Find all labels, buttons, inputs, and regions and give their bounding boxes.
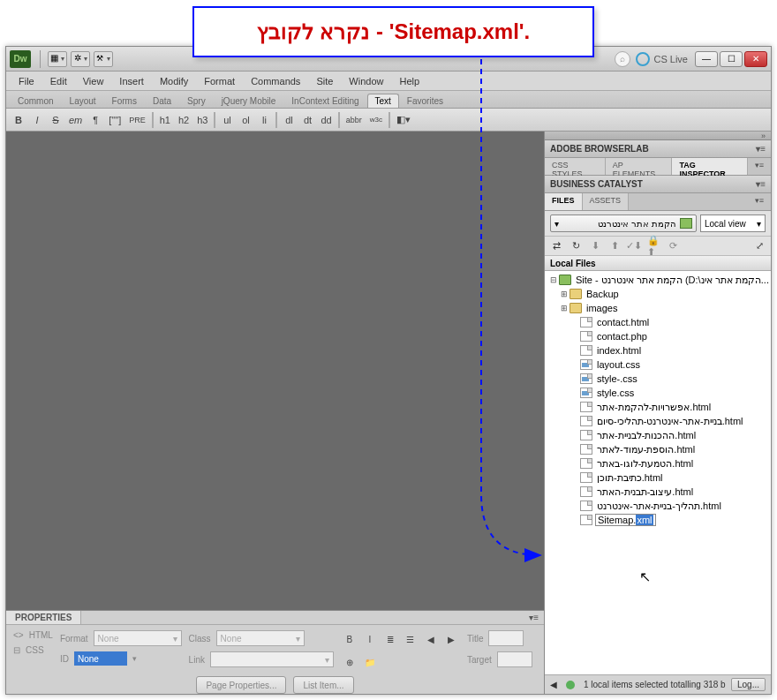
class-select[interactable]: None▾ [216,630,305,646]
tab-incontext[interactable]: InContext Editing [283,94,366,108]
tree-file[interactable]: index.html [545,343,771,358]
mode-html[interactable]: HTML [29,630,53,640]
files-panel-menu-icon[interactable]: ▾≡ [748,193,771,210]
layout-picker[interactable] [48,51,67,67]
search-icon[interactable]: ⌕ [615,51,630,67]
link-browse-icon[interactable]: ⊕ [341,653,358,671]
li-button[interactable]: li [255,111,273,129]
dd-button[interactable]: dd [317,111,335,129]
tree-file[interactable]: contact.php [545,329,771,343]
expand-icon[interactable]: ⤢ [753,240,766,252]
tree-folder[interactable]: ⊞images [545,301,771,315]
chars-button[interactable]: ◧▾ [393,111,414,129]
put-icon[interactable]: ⬆ [608,240,621,252]
file-tree[interactable]: ⊟Site - הקמת אתר אינטרנט (D:\הקמת אתר אי… [545,271,771,674]
tab-favorites[interactable]: Favorites [399,94,451,108]
tree-file[interactable]: הטמעת-לוגו-באתר.html [545,456,771,470]
prop-ol[interactable]: ☰ [402,630,419,648]
tab-ap-elements[interactable]: AP ELEMENTS [606,158,673,175]
tab-data[interactable]: Data [145,94,179,108]
bold-button[interactable]: B [10,111,27,129]
tab-text[interactable]: Text [367,94,399,108]
connect-icon[interactable]: ⇄ [550,240,562,252]
h3-button[interactable]: h3 [193,111,211,129]
view-select[interactable]: Local view▾ [700,215,766,232]
tab-layout[interactable]: Layout [62,94,104,108]
business-catalyst-header[interactable]: BUSINESS CATALYST▾≡ [545,176,771,193]
para-button[interactable]: ¶ [87,111,104,129]
menu-file[interactable]: File [11,74,41,88]
sync-icon[interactable]: ⟳ [667,240,679,252]
id-field[interactable]: None [74,651,127,666]
tree-file[interactable]: style-.css [545,372,771,386]
cslive-button[interactable]: CS Live [636,52,688,66]
prop-bold[interactable]: B [341,630,358,648]
tree-file[interactable]: אפשרויות-להקמת-אתר.html [545,400,771,414]
dt-button[interactable]: dt [298,111,316,129]
rename-input[interactable]: Sitemap.xml [595,514,656,526]
tree-file[interactable]: כתיבת-תוכן.html [545,470,771,485]
menu-edit[interactable]: Edit [43,74,74,88]
title-field[interactable] [488,630,524,646]
panel-menu-icon[interactable]: ▾≡ [748,158,771,175]
checkin-icon[interactable]: 🔒⬆ [647,240,660,252]
prop-italic[interactable]: I [361,630,379,648]
tab-tag-inspector[interactable]: TAG INSPECTOR [672,158,747,175]
ul-button[interactable]: ul [218,111,236,129]
abbr-button[interactable]: abbr [343,111,366,129]
minimize-button[interactable]: — [695,51,718,67]
h2-button[interactable]: h2 [175,111,192,129]
link-folder-icon[interactable]: 📁 [361,653,379,671]
tree-file[interactable]: תהליך-בניית-אתר-אינטרנט.html [545,499,771,513]
tree-root[interactable]: ⊟Site - הקמת אתר אינטרנט (D:\הקמת אתר אי… [545,273,771,287]
log-button[interactable]: Log... [731,678,766,691]
ol-button[interactable]: ol [237,111,254,129]
em-button[interactable]: em [65,111,86,129]
tree-file-editing[interactable]: Sitemap.xml [545,513,771,527]
tab-jquery[interactable]: jQuery Mobile [214,94,284,108]
page-properties-button[interactable]: Page Properties... [196,676,286,694]
tree-file[interactable]: בניית-אתר-אינטרנט-תהליכי-סיום.html [545,414,771,428]
scroll-left-icon[interactable]: ◀ [550,680,561,689]
w3c-button[interactable]: w3c [366,111,386,129]
workspace-picker[interactable] [94,51,113,67]
link-field[interactable]: ▾ [210,651,334,667]
panel-collapse-strip[interactable] [545,132,771,140]
mode-css[interactable]: CSS [26,645,44,655]
tab-assets[interactable]: ASSETS [583,193,630,210]
tab-spry[interactable]: Spry [179,94,214,108]
tab-forms[interactable]: Forms [104,94,145,108]
tree-folder[interactable]: ⊞Backup [545,287,771,301]
tree-file[interactable]: ההכנות-לבניית-אתר.html [545,428,771,442]
checkout-icon[interactable]: ✓⬇ [628,240,640,252]
menu-insert[interactable]: Insert [112,74,151,88]
menu-help[interactable]: Help [392,74,426,88]
italic-button[interactable]: I [28,111,46,129]
menu-view[interactable]: View [76,74,111,88]
h1-button[interactable]: h1 [156,111,174,129]
menu-modify[interactable]: Modify [153,74,195,88]
blockquote-button[interactable]: [""] [105,111,124,129]
tree-file[interactable]: עיצוב-תבנית-האתר.html [545,485,771,499]
pre-button[interactable]: PRE [125,111,149,129]
get-icon[interactable]: ⬇ [589,240,601,252]
refresh-icon[interactable]: ↻ [570,240,582,252]
menu-format[interactable]: Format [197,74,242,88]
tab-files[interactable]: FILES [545,193,583,210]
browserlab-header[interactable]: ADOBE BROWSERLAB▾≡ [545,140,771,158]
panel-collapse-icon[interactable]: ▾≡ [524,613,544,622]
tree-file[interactable]: layout.css [545,358,771,372]
settings-picker[interactable] [71,51,90,67]
menu-commands[interactable]: Commands [244,74,307,88]
tree-file[interactable]: הוספת-עמוד-לאתר.html [545,442,771,456]
tab-common[interactable]: Common [10,94,62,108]
site-select[interactable]: הקמת אתר אינטרנט▾ [550,215,697,232]
menu-window[interactable]: Window [342,74,390,88]
dl-button[interactable]: dl [280,111,298,129]
list-item-button[interactable]: List Item... [293,676,353,694]
strike-button[interactable]: S [47,111,64,129]
prop-ul[interactable]: ≣ [381,630,399,648]
prop-outdent[interactable]: ◀ [422,630,440,648]
menu-site[interactable]: Site [309,74,340,88]
maximize-button[interactable]: ☐ [720,51,743,67]
